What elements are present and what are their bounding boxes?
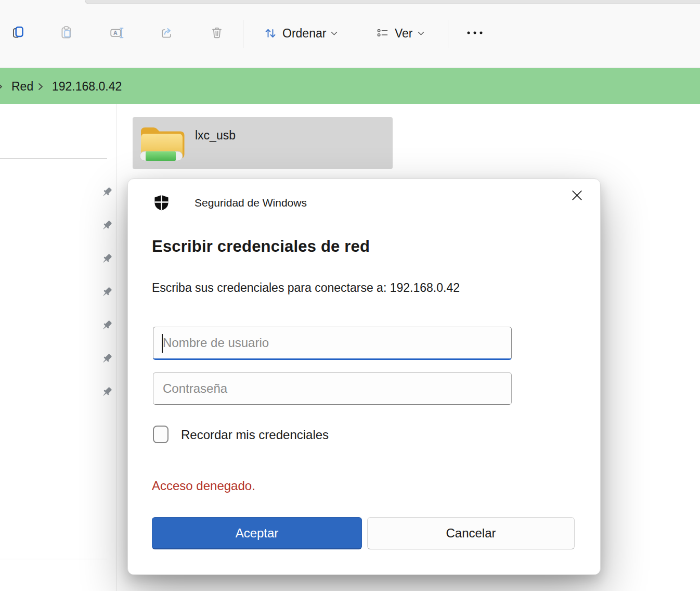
toolbar-divider <box>448 20 448 48</box>
remember-credentials-label: Recordar mis credenciales <box>181 428 329 442</box>
pin-icon <box>100 352 113 368</box>
file-name-label: lxc_usb <box>195 129 236 143</box>
view-menu-label: Ver <box>395 27 413 41</box>
pin-icon <box>100 252 113 268</box>
sort-menu-label: Ordenar <box>282 27 326 41</box>
view-icon <box>375 26 390 41</box>
windows-security-dialog: Seguridad de Windows Escribir credencial… <box>127 178 601 575</box>
tab-strip-remainder <box>85 0 700 4</box>
sidebar-pinned-item[interactable] <box>99 286 114 301</box>
address-bar[interactable]: Red 192.168.0.42 <box>0 68 700 104</box>
username-input[interactable] <box>153 327 512 360</box>
paste-icon <box>59 25 74 42</box>
sidebar-separator <box>0 559 107 559</box>
text-caret <box>162 334 163 353</box>
chevron-right-icon <box>38 68 43 105</box>
chevron-down-icon <box>418 31 424 36</box>
network-folder-icon <box>139 121 185 168</box>
chevron-down-icon <box>331 31 338 36</box>
sidebar-pinned-item[interactable] <box>99 386 114 401</box>
access-denied-error: Acceso denegado. <box>152 479 255 493</box>
sort-icon <box>263 26 278 41</box>
windows-security-shield-icon <box>153 194 170 213</box>
toolbar-divider <box>243 20 243 48</box>
toolbar-area <box>0 0 700 68</box>
close-icon <box>571 189 584 203</box>
navigation-pane-divider <box>116 104 116 591</box>
pin-icon <box>100 186 113 201</box>
sidebar-pinned-item[interactable] <box>99 352 114 368</box>
password-input[interactable] <box>153 372 512 405</box>
remember-credentials-checkbox[interactable] <box>153 426 168 443</box>
delete-button[interactable] <box>205 22 228 45</box>
share-button[interactable] <box>155 22 178 45</box>
copy-button[interactable] <box>7 22 30 45</box>
sidebar-pinned-item[interactable] <box>99 219 114 235</box>
delete-icon <box>209 25 225 42</box>
dialog-app-title: Seguridad de Windows <box>195 197 307 209</box>
cancel-button[interactable]: Cancelar <box>367 517 575 549</box>
dialog-description: Escriba sus credenciales para conectarse… <box>152 281 460 295</box>
chevron-right-icon <box>0 68 3 105</box>
view-menu-button[interactable]: Ver <box>370 20 430 47</box>
ok-button[interactable]: Aceptar <box>152 517 362 549</box>
pin-icon <box>100 286 113 301</box>
breadcrumb-item-host[interactable]: 192.168.0.42 <box>52 68 122 105</box>
sort-menu-button[interactable]: Ordenar <box>258 20 343 47</box>
copy-icon <box>10 25 26 42</box>
more-options-button[interactable] <box>461 22 489 45</box>
sidebar-pinned-item[interactable] <box>99 252 114 268</box>
rename-button[interactable]: A <box>106 22 128 45</box>
paste-button[interactable] <box>55 22 78 45</box>
pin-icon <box>100 386 113 401</box>
sidebar-separator <box>0 158 107 159</box>
breadcrumb-item-red[interactable]: Red <box>11 68 33 105</box>
more-icon <box>464 25 485 42</box>
dialog-heading: Escribir credenciales de red <box>152 237 370 256</box>
rename-icon: A <box>109 25 125 42</box>
share-icon <box>159 25 175 42</box>
close-button[interactable] <box>564 183 590 209</box>
pin-icon <box>100 219 113 235</box>
svg-text:A: A <box>113 30 118 36</box>
sidebar-pinned-item[interactable] <box>99 186 114 201</box>
sidebar-pinned-item[interactable] <box>99 319 114 335</box>
file-item-lxc-usb[interactable]: lxc_usb <box>133 117 393 169</box>
pin-icon <box>100 319 113 335</box>
